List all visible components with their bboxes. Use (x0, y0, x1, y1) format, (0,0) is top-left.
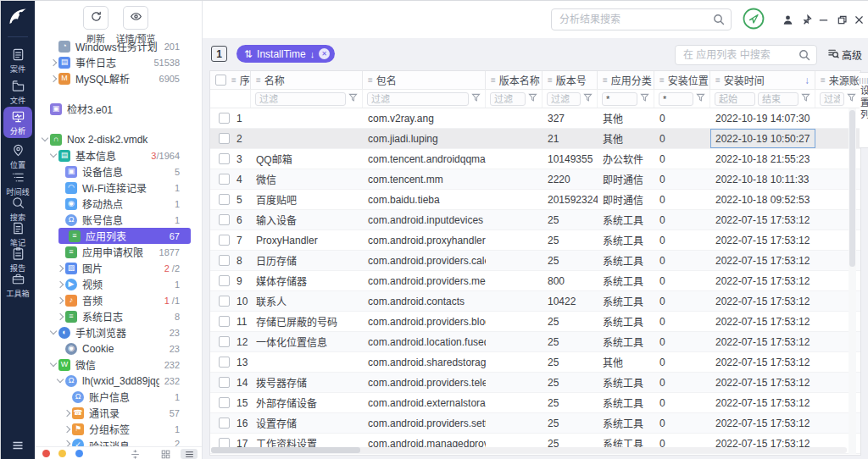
cell-install_time[interactable]: 2022-07-15 17:53:12 (710, 271, 815, 290)
column-header-ver_name[interactable]: ≡版本名称 (486, 71, 542, 89)
filter-input-location[interactable] (659, 92, 693, 106)
cell-index[interactable]: 5 (210, 190, 251, 209)
cell-location[interactable]: 0 (654, 169, 710, 189)
expand-right-icon[interactable] (55, 279, 65, 290)
cell-pkg[interactable]: com.jiadi.luping (363, 129, 486, 148)
cell-category[interactable]: 系统工具 (598, 210, 654, 230)
cell-name[interactable]: 百度贴吧 (251, 190, 363, 209)
cell-location[interactable]: 0 (654, 251, 710, 270)
cell-category[interactable]: 系统工具 (598, 373, 654, 392)
table-row[interactable]: 5百度贴吧com.baidu.tieba201592324即时通信02022-1… (210, 190, 860, 210)
sort-chip[interactable]: ⇅ InstallTime ↓ ✕ (236, 45, 335, 63)
cell-pkg[interactable]: com.tencent.mm (363, 169, 486, 189)
assistant-send-icon[interactable] (743, 8, 765, 30)
tree-item[interactable]: ☎通讯录57 (35, 405, 191, 421)
cell-ver_code[interactable]: 25 (542, 312, 598, 331)
column-header-index[interactable]: ≡序号 (210, 71, 251, 89)
cell-category[interactable]: 系统工具 (598, 230, 654, 250)
row-checkbox[interactable] (219, 113, 230, 124)
cell-name[interactable]: 联系人 (251, 291, 363, 311)
tree-item[interactable]: ◐手机浏览器23 (35, 324, 191, 340)
cell-ver_code[interactable]: 327 (542, 108, 598, 128)
pin-icon[interactable] (798, 12, 814, 27)
cell-pkg[interactable]: com.baidu.tieba (363, 190, 486, 209)
cell-category[interactable]: 其他 (598, 352, 654, 372)
cell-location[interactable]: 0 (654, 230, 710, 250)
cell-location[interactable]: 0 (654, 271, 710, 290)
expand-down-icon[interactable] (48, 151, 58, 161)
row-checkbox[interactable] (219, 133, 230, 144)
cell-ver_code[interactable]: 25 (542, 413, 598, 433)
select-all-checkbox[interactable] (215, 75, 226, 86)
cell-name[interactable] (251, 108, 363, 128)
table-row[interactable]: 14拨号器存储com.android.providers.telep...25系… (210, 373, 860, 393)
filter-funnel-icon[interactable] (583, 93, 593, 105)
row-checkbox[interactable] (219, 316, 230, 327)
filter-funnel-icon[interactable] (471, 93, 481, 105)
tree-item[interactable]: ◠Wi-Fi连接记录1 (35, 180, 191, 196)
row-checkbox[interactable] (219, 377, 230, 388)
expand-down-icon[interactable] (48, 328, 58, 338)
user-icon[interactable] (780, 12, 795, 27)
row-checkbox[interactable] (219, 153, 230, 164)
global-search-input[interactable] (552, 9, 715, 30)
cell-pkg[interactable]: com.android.providers.media (363, 271, 486, 290)
table-search-icon[interactable] (798, 49, 810, 61)
cell-index[interactable]: 12 (210, 332, 251, 351)
cell-name[interactable]: QQ邮箱 (251, 149, 363, 169)
row-checkbox[interactable] (219, 418, 230, 429)
table-row[interactable]: 16设置存储com.android.providers.settings25系统… (210, 413, 860, 434)
filter-input-source[interactable] (820, 92, 844, 106)
cell-name[interactable] (251, 129, 363, 148)
cell-pkg[interactable]: com.android.proxyhandler (363, 230, 486, 250)
cell-location[interactable]: 0 (654, 129, 710, 148)
cell-ver_name[interactable] (486, 312, 542, 331)
expand-right-icon[interactable] (62, 424, 72, 434)
cell-location[interactable]: 0 (654, 312, 710, 331)
cell-location[interactable]: 0 (654, 332, 710, 351)
cell-install_time[interactable]: 2022-10-18 09:52:53 (710, 190, 815, 209)
table-row[interactable]: 11存储已屏蔽的号码com.android.providers.block...… (210, 312, 860, 332)
remove-sort-icon[interactable]: ✕ (319, 48, 330, 59)
expand-right-icon[interactable] (55, 263, 65, 274)
cell-ver_name[interactable] (486, 129, 542, 148)
cell-install_time[interactable]: 2022-10-19 10:50:27 (710, 129, 815, 148)
cell-pkg[interactable]: com.android.sharedstorageb... (363, 352, 486, 372)
tree-item[interactable]: ⚑分组标签1 (35, 421, 191, 437)
split-view-icon[interactable] (126, 449, 143, 459)
cell-category[interactable]: 系统工具 (598, 271, 654, 290)
cell-pkg[interactable]: com.android.providers.settings (363, 413, 486, 433)
cell-ver_name[interactable] (486, 291, 542, 311)
cell-ver_code[interactable]: 201592324 (542, 190, 598, 209)
row-checkbox[interactable] (219, 275, 230, 286)
table-search-input[interactable] (676, 46, 800, 64)
cell-install_time[interactable]: 2022-10-18 10:11:33 (710, 169, 815, 189)
tree-item[interactable]: ♪音频1 /1 (35, 292, 191, 308)
sidebar-item-analysis[interactable]: 分析 (1, 107, 35, 138)
tree-item[interactable]: W微信232 (35, 357, 191, 373)
tree-item[interactable]: ≡系统日志8 (35, 308, 191, 324)
cell-category[interactable]: 办公软件 (598, 149, 654, 169)
row-checkbox[interactable] (219, 336, 230, 347)
filter-funnel-icon[interactable] (801, 93, 810, 105)
cell-ver_code[interactable]: 25 (542, 332, 598, 351)
cell-ver_code[interactable]: 25 (542, 210, 598, 230)
cell-pkg[interactable]: com.tencent.androidqqmail (363, 149, 486, 169)
cell-index[interactable]: 4 (210, 169, 251, 189)
column-header-name[interactable]: ≡名称 (251, 71, 363, 89)
cell-pkg[interactable]: com.android.contacts (363, 291, 486, 311)
cell-ver_name[interactable] (486, 169, 542, 189)
cell-ver_code[interactable]: 10149355 (542, 149, 598, 169)
filter-count-badge[interactable]: 1 (211, 46, 227, 62)
tree-item[interactable]: ≡应用列表67 (58, 228, 191, 244)
cell-pkg[interactable]: com.android.inputdevices (363, 210, 486, 230)
cell-ver_code[interactable]: 2220 (542, 169, 598, 189)
table-row[interactable]: 13com.android.sharedstorageb...25其他02022… (210, 352, 860, 373)
cell-location[interactable]: 0 (654, 352, 710, 372)
tree-item[interactable]: ▤基本信息3/1964 (35, 147, 191, 163)
filter-funnel-icon[interactable] (696, 93, 705, 105)
cell-ver_name[interactable] (486, 210, 542, 230)
filter-input-ver_name[interactable] (490, 92, 526, 106)
cell-name[interactable]: 外部存储设备 (251, 393, 363, 412)
tag-dot-red[interactable] (42, 450, 50, 457)
